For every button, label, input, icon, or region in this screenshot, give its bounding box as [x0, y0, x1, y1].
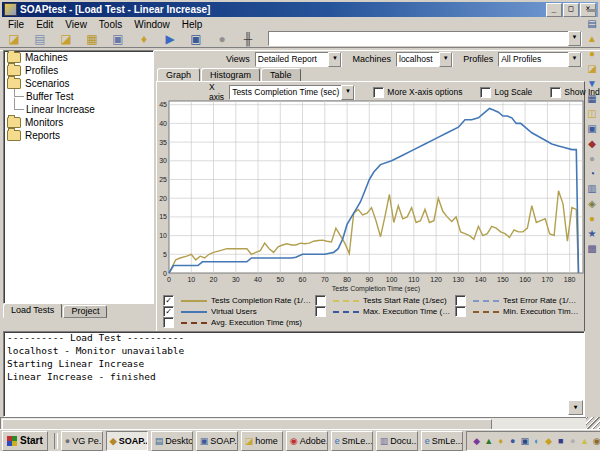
- tab-graph[interactable]: Graph: [157, 68, 200, 82]
- restore-button[interactable]: □: [563, 3, 579, 17]
- tree-item-scenarios[interactable]: Scenarios: [4, 77, 153, 90]
- gem-tool-icon[interactable]: ◈: [585, 197, 599, 211]
- monitor-tool-icon[interactable]: ▣: [585, 122, 599, 136]
- legend-checkbox-max-execution-time-ms[interactable]: [315, 306, 326, 317]
- menu-view[interactable]: View: [59, 19, 93, 30]
- soaptest-icon: ▣: [200, 436, 209, 446]
- menu-help[interactable]: Help: [176, 19, 209, 30]
- toolbar-combobox[interactable]: ▼: [268, 31, 582, 46]
- taskbar-task-vg-pe[interactable]: ●VG Pe...: [61, 431, 103, 451]
- machines-dropdown[interactable]: localhost ▼: [396, 52, 453, 67]
- window-tool-icon[interactable]: ▤: [585, 17, 599, 31]
- screen-tool-icon[interactable]: ▥: [585, 182, 599, 196]
- menu-file[interactable]: File: [2, 19, 30, 30]
- tab-table[interactable]: Table: [261, 68, 301, 82]
- tree-item-monitors[interactable]: Monitors: [4, 116, 153, 129]
- drag-handle-icon[interactable]: ▬: [585, 2, 599, 16]
- new-report-button[interactable]: ▤: [28, 31, 52, 47]
- settings-button[interactable]: ╫: [236, 31, 260, 47]
- tab-project[interactable]: Project: [63, 305, 107, 318]
- grid-tool-icon[interactable]: ▦: [585, 92, 599, 106]
- checkbox-log-scale[interactable]: [480, 87, 491, 98]
- machines-dropdown-value: localhost: [397, 54, 439, 64]
- menu-tools[interactable]: Tools: [93, 19, 128, 30]
- remote-machine-button[interactable]: ▣: [184, 31, 208, 47]
- arrows-tool-icon[interactable]: ▼: [585, 77, 599, 91]
- open-folder-tool-icon[interactable]: ◫: [585, 107, 599, 121]
- pattern-tool-icon[interactable]: ▩: [585, 242, 599, 256]
- legend-checkbox-tests-start-rate-1-sec[interactable]: [315, 295, 326, 306]
- reports-icon: [7, 130, 21, 141]
- taskbar-task-smle[interactable]: eSmLe...: [331, 431, 373, 451]
- star-tool-icon[interactable]: ★: [585, 227, 599, 241]
- open-button[interactable]: ◪: [2, 31, 26, 47]
- tab-load-tests[interactable]: Load Tests: [3, 303, 62, 318]
- minimize-button[interactable]: _: [546, 3, 562, 17]
- system-tray: ◆▲♦●▣◐◆■●▲◉▼◆ 1:31 PM: [466, 431, 600, 451]
- gold-ball-tool-icon[interactable]: ●: [585, 212, 599, 226]
- folder-tool-icon[interactable]: ◪: [585, 62, 599, 76]
- tree-item-profiles[interactable]: Profiles: [4, 64, 153, 77]
- ball-tool-icon[interactable]: ●: [585, 47, 599, 61]
- minimize-icon: _: [552, 4, 557, 13]
- legend-checkbox-tests-completion-rate-1-sec[interactable]: ✓: [163, 295, 174, 306]
- tray-icon-10[interactable]: ▲: [579, 436, 591, 446]
- stop-tool-icon[interactable]: ◆: [585, 137, 599, 151]
- legend-checkbox-min-execution-time-ms[interactable]: [455, 306, 466, 317]
- key-tool-button[interactable]: ♦: [132, 31, 156, 47]
- tree-item-reports[interactable]: Reports: [4, 129, 153, 142]
- monitors-icon: [7, 117, 21, 128]
- tray-icon-3[interactable]: ♦: [495, 436, 507, 446]
- resize-grip-icon[interactable]: [586, 417, 600, 429]
- taskbar-task-soap[interactable]: ◆SOAP...: [106, 431, 148, 451]
- run-button[interactable]: ▶: [158, 31, 182, 47]
- secure-folder-button[interactable]: ▦: [80, 31, 104, 47]
- tray-icon-6[interactable]: ◐: [531, 436, 543, 446]
- legend-checkbox-test-error-rate-1-sec[interactable]: [455, 295, 466, 306]
- tray-icon-7[interactable]: ◆: [543, 436, 555, 446]
- console-line: localhost - Monitor unavailable: [4, 345, 584, 358]
- scenario-tree[interactable]: MachinesProfilesScenariosBuffer TestLine…: [3, 50, 154, 304]
- tab-histogram[interactable]: Histogram: [201, 68, 260, 82]
- chevron-down-icon[interactable]: ▼: [328, 52, 341, 67]
- tray-icon-11[interactable]: ◉: [591, 436, 600, 446]
- taskbar-task-desktop[interactable]: ▤Desktop: [151, 431, 193, 451]
- checkbox-show-individual-hits[interactable]: [550, 87, 561, 98]
- tree-item-linear-increase[interactable]: Linear Increase: [4, 103, 153, 116]
- console-output[interactable]: ---------- Load Test ----------localhost…: [3, 331, 585, 417]
- taskbar-task-adobe[interactable]: ◉Adobe...: [286, 431, 328, 451]
- load-test-button[interactable]: ◪: [54, 31, 78, 47]
- tree-item-machines[interactable]: Machines: [4, 51, 153, 64]
- menu-window[interactable]: Window: [128, 19, 176, 30]
- tree-item-buffer-test[interactable]: Buffer Test: [4, 90, 153, 103]
- legend-line-sample: [333, 311, 359, 313]
- chevron-down-icon[interactable]: ▼: [439, 52, 452, 67]
- save-button[interactable]: ▣: [106, 31, 130, 47]
- alert-tool-icon[interactable]: ▲: [585, 32, 599, 46]
- gray-ball-tool-icon[interactable]: ●: [585, 152, 599, 166]
- start-button[interactable]: Start: [2, 431, 48, 451]
- stop-button[interactable]: ●: [210, 31, 234, 47]
- legend-checkbox-virtual-users[interactable]: ✓: [163, 306, 174, 317]
- x-tick-label: 170: [542, 276, 554, 283]
- menu-edit[interactable]: Edit: [30, 19, 59, 30]
- tray-icon-8[interactable]: ■: [555, 436, 567, 446]
- profiles-dropdown[interactable]: All Profiles ▼: [498, 52, 582, 67]
- tray-icon-9[interactable]: ●: [567, 436, 579, 446]
- taskbar-task-home[interactable]: ◪home: [241, 431, 283, 451]
- windows-logo-icon: [7, 436, 17, 446]
- tray-icon-4[interactable]: ●: [507, 436, 519, 446]
- taskbar-task-docu[interactable]: ▥Docu...: [376, 431, 418, 451]
- taskbar-task-soap[interactable]: ▣SOAP...: [196, 431, 238, 451]
- legend-checkbox-avg-execution-time-ms[interactable]: [163, 317, 174, 328]
- taskbar-task-smle[interactable]: eSmLe...: [421, 431, 463, 451]
- chevron-down-icon[interactable]: ▼: [568, 31, 581, 46]
- chevron-down-icon[interactable]: ▼: [568, 52, 581, 67]
- tray-icon-1[interactable]: ◆: [471, 436, 483, 446]
- checkbox-more-x-axis-options[interactable]: [373, 87, 384, 98]
- scroll-down-icon[interactable]: ▼: [568, 400, 583, 415]
- views-dropdown[interactable]: Detailed Report ▼: [255, 52, 343, 67]
- tray-icon-5[interactable]: ▣: [519, 436, 531, 446]
- tray-icon-2[interactable]: ▲: [483, 436, 495, 446]
- clock-tool-icon[interactable]: ◔: [585, 167, 599, 181]
